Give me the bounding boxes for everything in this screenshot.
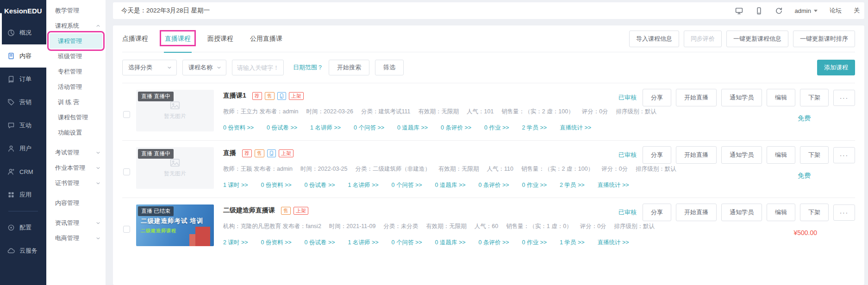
refresh-icon[interactable] <box>775 7 783 15</box>
submenu-item[interactable]: 课程包管理 <box>46 110 106 125</box>
tab-2[interactable]: 直播课程 <box>165 25 191 52</box>
course-stat-link[interactable]: 0 作业 >> <box>522 239 547 246</box>
course-stat-link[interactable]: 0 条评价 >> <box>479 239 509 246</box>
course-stat-link[interactable]: 0 份资料 >> <box>261 182 292 188</box>
course-stat-link[interactable]: 1 名讲师 >> <box>348 182 379 188</box>
submenu-item[interactable]: 课程系统 <box>46 18 106 33</box>
sidebar-item-marketing[interactable]: 营销 <box>0 91 46 114</box>
share-button[interactable]: 分享 <box>643 89 671 106</box>
course-thumbnail[interactable]: 直播 已结束二级建造师考试 培训二级建造师课程 <box>136 204 214 246</box>
submenu-item[interactable]: 功能设置 <box>46 125 106 140</box>
sidebar-item-cloud[interactable]: 云服务 <box>0 239 46 262</box>
course-stat-link[interactable]: 0 份试卷 >> <box>267 124 297 131</box>
unpublish-button[interactable]: 下架 <box>800 146 829 164</box>
course-stat-link[interactable]: 0 个问答 >> <box>392 239 422 246</box>
sidebar-item-crm[interactable]: CRM <box>0 160 46 183</box>
start-live-button[interactable]: 开始直播 <box>676 89 717 106</box>
course-stat-link[interactable]: 直播统计 >> <box>598 239 629 246</box>
notify-students-button[interactable]: 通知学员 <box>721 146 762 164</box>
audit-status-badge[interactable]: 已审核 <box>618 93 637 102</box>
submenu-item[interactable]: 课程管理 <box>50 33 102 49</box>
search-button[interactable]: 开始搜索 <box>329 60 369 75</box>
submenu-item[interactable]: 作业本管理 <box>46 160 106 175</box>
notify-students-button[interactable]: 通知学员 <box>721 89 762 106</box>
share-button[interactable]: 分享 <box>643 146 671 164</box>
course-stat-link[interactable]: 0 道题库 >> <box>435 239 466 246</box>
sidebar-item-order[interactable]: 订单 <box>0 68 46 91</box>
row-checkbox[interactable] <box>123 168 130 175</box>
edit-button[interactable]: 编辑 <box>767 204 795 221</box>
submenu-item[interactable]: 证书管理 <box>46 175 106 191</box>
submenu-item[interactable]: 教学管理 <box>46 3 106 18</box>
course-stat-link[interactable]: 0 条评价 >> <box>479 182 509 188</box>
course-stat-link[interactable]: 0 道题库 >> <box>435 182 466 188</box>
forum-link[interactable]: 论坛 <box>830 6 842 15</box>
sidebar-item-content[interactable]: 内容 <box>0 44 46 68</box>
course-stat-link[interactable]: 1 名讲师 >> <box>310 124 341 131</box>
close-link[interactable]: 关 <box>854 6 860 15</box>
course-stat-link[interactable]: 直播统计 >> <box>598 182 629 188</box>
course-stat-link[interactable]: 0 份试卷 >> <box>305 182 335 188</box>
sidebar-item-overview[interactable]: 概况 <box>0 21 46 44</box>
mobile-view-icon[interactable] <box>755 7 763 15</box>
search-field-select[interactable]: 课程名称 <box>182 60 226 75</box>
edit-button[interactable]: 编辑 <box>767 89 795 106</box>
course-stat-link[interactable]: 2 学员 >> <box>560 182 585 188</box>
notify-students-button[interactable]: 通知学员 <box>721 204 762 221</box>
filter-button[interactable]: 筛选 <box>375 60 404 75</box>
date-range-link[interactable]: 日期范围？ <box>293 63 323 72</box>
sidebar-item-interaction[interactable]: 互动 <box>0 114 46 137</box>
course-stat-link[interactable]: 0 道题库 >> <box>397 124 428 131</box>
submenu-item[interactable]: 内容管理 <box>46 195 106 211</box>
keyword-input[interactable] <box>232 60 284 75</box>
course-thumbnail[interactable]: 直播 直播中暂无图片 <box>136 147 214 189</box>
import-course-info-button[interactable]: 导入课程信息 <box>629 31 679 47</box>
tab-3[interactable]: 面授课程 <box>207 25 233 52</box>
audit-status-badge[interactable]: 已审核 <box>618 151 637 159</box>
share-button[interactable]: 分享 <box>643 204 671 221</box>
submenu-item[interactable]: 专栏管理 <box>46 64 106 79</box>
audit-status-badge[interactable]: 已审核 <box>618 208 637 217</box>
course-stat-link[interactable]: 1 学员 >> <box>560 239 585 246</box>
row-checkbox[interactable] <box>123 111 130 118</box>
start-live-button[interactable]: 开始直播 <box>676 204 717 221</box>
more-button[interactable]: ··· <box>833 147 855 163</box>
sidebar-item-config[interactable]: 配置 <box>0 216 46 239</box>
course-stat-link[interactable]: 1 课时 >> <box>223 182 248 188</box>
edit-button[interactable]: 编辑 <box>767 146 795 164</box>
course-stat-link[interactable]: 0 个问答 >> <box>354 124 384 131</box>
sync-reviews-button[interactable]: 同步评价 <box>684 31 722 47</box>
start-live-button[interactable]: 开始直播 <box>676 146 717 164</box>
course-stat-link[interactable]: 0 条评价 >> <box>441 124 471 131</box>
sidebar-scrollbar[interactable] <box>0 13 2 59</box>
update-lesson-order-button[interactable]: 一键更新课时排序 <box>793 31 855 47</box>
course-stat-link[interactable]: 0 份试卷 >> <box>305 239 335 246</box>
course-stat-link[interactable]: 直播统计 >> <box>560 124 591 131</box>
desktop-view-icon[interactable] <box>735 7 743 15</box>
tab-4[interactable]: 公用直播课 <box>250 25 282 52</box>
submenu-item[interactable]: 班级管理 <box>46 49 106 64</box>
submenu-item[interactable]: 电商管理 <box>46 230 106 246</box>
course-stat-link[interactable]: 2 学员 >> <box>522 124 547 131</box>
submenu-item[interactable]: 考试管理 <box>46 145 106 160</box>
course-stat-link[interactable]: 2 课时 >> <box>223 239 248 246</box>
unpublish-button[interactable]: 下架 <box>800 204 829 221</box>
category-select[interactable]: 选择分类 <box>122 60 177 75</box>
submenu-item[interactable]: 资讯管理 <box>46 215 106 230</box>
course-stat-link[interactable]: 1 名讲师 >> <box>348 239 379 246</box>
update-course-info-button[interactable]: 一键更新课程信息 <box>726 31 788 47</box>
course-stat-link[interactable]: 0 作业 >> <box>484 124 509 131</box>
sidebar-item-apps[interactable]: 应用 <box>0 183 46 206</box>
submenu-item[interactable]: 活动管理 <box>46 79 106 94</box>
submenu-item[interactable]: 训 练 营 <box>46 94 106 110</box>
sidebar-item-user[interactable]: 用户 <box>0 137 46 160</box>
tab-1[interactable]: 点播课程 <box>122 25 148 52</box>
unpublish-button[interactable]: 下架 <box>800 89 829 106</box>
course-thumbnail[interactable]: 直播 直播中暂无图片 <box>136 90 214 131</box>
row-checkbox[interactable] <box>123 226 130 233</box>
course-stat-link[interactable]: 0 份资料 >> <box>261 239 292 246</box>
user-menu[interactable]: admin <box>795 7 818 14</box>
add-course-button[interactable]: 添加课程 <box>817 60 855 75</box>
course-stat-link[interactable]: 0 个问答 >> <box>392 182 422 188</box>
course-stat-link[interactable]: 0 份资料 >> <box>223 124 254 131</box>
